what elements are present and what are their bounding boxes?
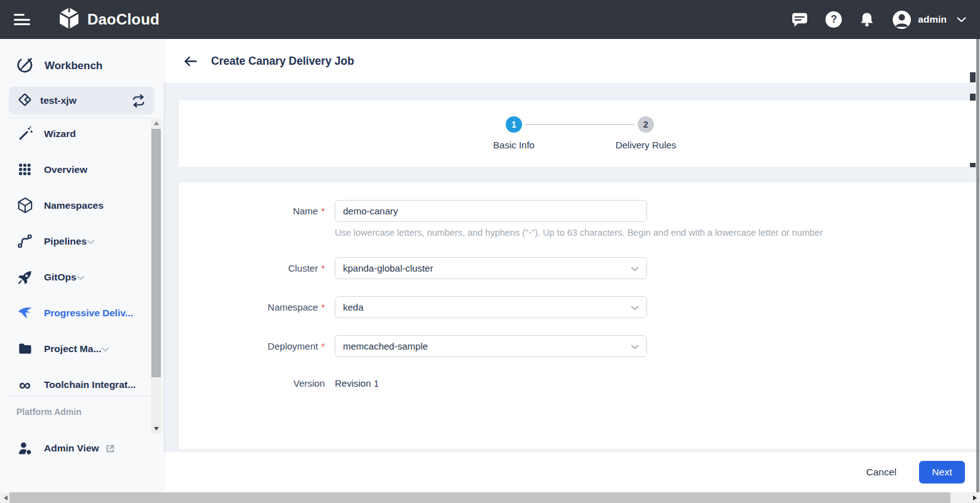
required-marker: * xyxy=(321,302,325,312)
horizontal-scrollbar-thumb[interactable] xyxy=(9,492,950,503)
deployment-field-label: Deployment* xyxy=(179,341,325,351)
version-field-label: Version xyxy=(179,378,325,389)
grid-dots-icon xyxy=(16,162,33,177)
namespace-select[interactable]: keda xyxy=(335,296,647,318)
user-caret-down-icon[interactable] xyxy=(957,17,966,23)
magic-wand-icon xyxy=(16,126,33,142)
sidebar-item-label: Pipelines xyxy=(44,236,87,247)
daocloud-cube-icon xyxy=(58,7,80,32)
sidebar-item-label: Project Ma... xyxy=(44,343,101,355)
chat-icon[interactable] xyxy=(791,11,808,28)
sidebar-item-label: Namespaces xyxy=(44,200,104,211)
chevron-down-icon[interactable] xyxy=(101,343,109,355)
deployment-select-value: memcached-sample xyxy=(343,341,428,351)
brand-logo[interactable]: DaoCloud xyxy=(58,7,160,32)
form-footer: Cancel Next xyxy=(163,451,980,492)
sidebar-item-toolchain-integration[interactable]: ∞ Toolchain Integrat... xyxy=(0,367,151,395)
sidebar-item-progressive-delivery[interactable]: Progressive Deliv... xyxy=(0,295,151,331)
switch-workspace-icon[interactable] xyxy=(131,94,146,108)
required-marker: * xyxy=(321,206,325,216)
clipped-content-artifact xyxy=(970,72,976,82)
step-2-indicator: 2 xyxy=(638,116,654,133)
sidebar-item-wizard[interactable]: Wizard xyxy=(0,118,151,152)
rocket-icon xyxy=(16,269,33,285)
step-1-indicator: 1 xyxy=(506,116,522,133)
sidebar-scrollbar-thumb[interactable] xyxy=(151,129,161,377)
brand-name: DaoCloud xyxy=(87,11,160,28)
workspace-selector[interactable]: test-xjw xyxy=(9,87,155,114)
horizontal-scrollbar[interactable] xyxy=(0,492,980,503)
required-marker: * xyxy=(321,263,325,274)
sidebar-item-label: Overview xyxy=(44,164,87,175)
page-title-bar: Create Canary Delivery Job xyxy=(163,39,980,83)
next-button[interactable]: Next xyxy=(919,461,965,484)
infinity-icon: ∞ xyxy=(16,379,33,391)
admin-view-label: Admin View xyxy=(44,443,99,454)
vertical-scrollbar[interactable] xyxy=(976,39,979,492)
sidebar-item-label: Wizard xyxy=(44,128,76,140)
header-actions: ? admin xyxy=(774,10,966,30)
sidebar-item-admin-view[interactable]: Admin View xyxy=(0,439,151,458)
sidebar-item-overview[interactable]: Overview xyxy=(0,152,151,187)
step-1-label: Basic Info xyxy=(460,140,567,150)
clipped-content-artifact xyxy=(970,94,976,101)
workspace-diamond-icon xyxy=(18,92,32,109)
deployment-select[interactable]: memcached-sample xyxy=(335,335,647,357)
sidebar-item-pipelines[interactable]: Pipelines xyxy=(0,223,151,259)
name-field-label: Name* xyxy=(179,206,325,216)
workspace-name: test-xjw xyxy=(40,95,77,106)
avatar[interactable] xyxy=(892,10,912,30)
user-name[interactable]: admin xyxy=(918,14,947,25)
sidebar-workbench[interactable]: Workbench xyxy=(16,55,102,77)
main-content: Create Canary Delivery Job 1 2 Basic Inf… xyxy=(163,39,980,492)
platform-admin-section-label: Platform Admin xyxy=(16,407,82,417)
cluster-select[interactable]: kpanda-global-cluster xyxy=(335,257,647,279)
cluster-select-value: kpanda-global-cluster xyxy=(343,263,433,274)
sidebar-item-project-management[interactable]: Project Ma... xyxy=(0,331,151,367)
bird-icon xyxy=(16,305,33,321)
external-link-icon xyxy=(105,443,116,454)
cube-icon xyxy=(16,197,33,214)
sidebar-item-namespaces[interactable]: Namespaces xyxy=(0,187,151,223)
folder-icon xyxy=(16,341,33,356)
top-header: DaoCloud ? xyxy=(0,0,980,39)
chevron-down-icon xyxy=(631,267,639,272)
workbench-label: Workbench xyxy=(45,60,102,72)
name-help-text: Use lowercase letters, numbers, and hyph… xyxy=(335,228,823,238)
chevron-down-icon[interactable] xyxy=(77,272,85,283)
sidebar-item-label: Toolchain Integrat... xyxy=(44,379,136,390)
scroll-right-arrow[interactable] xyxy=(969,492,980,503)
clipped-content-artifact xyxy=(970,163,976,167)
back-arrow-icon[interactable] xyxy=(183,56,197,67)
scroll-up-arrow[interactable] xyxy=(151,118,161,128)
required-marker: * xyxy=(321,341,325,351)
sidebar-divider xyxy=(8,395,151,396)
sidebar: Workbench test-xjw xyxy=(0,39,163,492)
user-admin-icon xyxy=(16,441,33,456)
namespace-field-label: Namespace* xyxy=(179,302,325,312)
step-2-label: Delivery Rules xyxy=(592,140,699,150)
stepper-connector xyxy=(525,124,634,125)
pipeline-curve-icon xyxy=(16,233,33,249)
cluster-field-label: Cluster* xyxy=(179,263,325,274)
help-icon[interactable]: ? xyxy=(825,11,842,28)
namespace-select-value: keda xyxy=(343,302,364,312)
sidebar-item-gitops[interactable]: GitOps xyxy=(0,259,151,295)
sidebar-item-label: Progressive Deliv... xyxy=(44,307,133,319)
sidebar-nav: Wizard Overview Namespaces xyxy=(0,118,151,395)
bell-icon[interactable] xyxy=(859,11,875,28)
page-title: Create Canary Delivery Job xyxy=(211,55,354,68)
stepper-card: 1 2 Basic Info Delivery Rules xyxy=(179,101,980,167)
hamburger-menu-icon[interactable] xyxy=(14,11,30,28)
basic-info-form: Name* Use lowercase letters, numbers, an… xyxy=(179,182,980,449)
sidebar-scrollbar[interactable] xyxy=(151,118,161,434)
chevron-down-icon xyxy=(631,306,639,311)
scroll-down-arrow[interactable] xyxy=(151,424,161,434)
sidebar-item-label: GitOps xyxy=(44,272,77,283)
chevron-down-icon xyxy=(631,345,639,350)
workbench-compose-icon xyxy=(16,56,34,76)
chevron-down-icon[interactable] xyxy=(87,236,95,247)
name-input[interactable] xyxy=(335,200,647,222)
cancel-button[interactable]: Cancel xyxy=(866,467,896,478)
version-value: Revision 1 xyxy=(335,378,379,389)
